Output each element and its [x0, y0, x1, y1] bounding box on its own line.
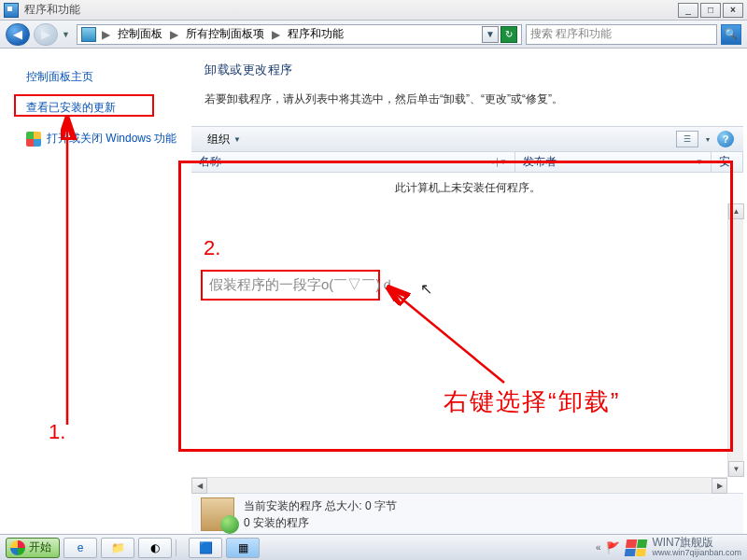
breadcrumb-sep-icon: ▶	[100, 28, 112, 41]
breadcrumb-sep-icon: ▶	[270, 28, 282, 41]
breadcrumb-programs-features[interactable]: 程序和功能	[286, 25, 345, 43]
sidebar-item-windows-features[interactable]: 打开或关闭 Windows 功能	[19, 127, 182, 158]
tray-expand-icon[interactable]: «	[596, 542, 601, 553]
chevron-down-icon[interactable]: ▼	[696, 158, 703, 166]
view-mode-button[interactable]: ☰	[676, 131, 698, 147]
breadcrumb-control-panel[interactable]: 控制面板	[116, 25, 164, 43]
nav-forward-button[interactable]: ▶	[34, 23, 58, 46]
start-label: 开始	[29, 539, 51, 555]
status-line-1: 当前安装的程序 总大小: 0 字节	[244, 497, 397, 514]
annotation-tip-text: 右键选择“卸载”	[444, 385, 620, 418]
program-list[interactable]: ▲ ▼ ◀ ▶	[191, 203, 743, 493]
sidebar-item-view-installed-updates[interactable]: 查看已安装的更新	[19, 96, 182, 127]
tray-flag-icon[interactable]: 🚩	[606, 541, 620, 554]
taskbar: 开始 e 📁 ◐ 🟦 ▦ « 🚩 WIN7旗舰版 www.win7qijianb…	[0, 534, 747, 560]
status-line-2: 0 安装的程序	[244, 514, 397, 531]
annotation-label-2: 2.	[204, 236, 220, 260]
search-button[interactable]: 🔍	[721, 24, 741, 45]
close-button[interactable]: ×	[723, 3, 743, 18]
window-titlebar: 程序和功能 _ □ ×	[0, 0, 747, 21]
windows-flag-icon	[625, 539, 648, 556]
shield-icon	[26, 132, 41, 147]
breadcrumb-all-items[interactable]: 所有控制面板项	[184, 25, 266, 43]
breadcrumb-bar[interactable]: ▶ 控制面板 ▶ 所有控制面板项 ▶ 程序和功能 ▼ ↻	[77, 24, 522, 45]
taskbar-media-player-button[interactable]: ◐	[138, 538, 172, 558]
list-toolbar: 组织 ▼ ☰ ▾ ?	[191, 126, 743, 152]
window-title: 程序和功能	[24, 2, 676, 18]
breadcrumb-dropdown-button[interactable]: ▼	[482, 26, 499, 43]
list-header: 名称 ▾│▼ 发布者 ▼ 安	[191, 152, 743, 173]
page-heading: 卸载或更改程序	[204, 62, 743, 78]
mouse-cursor-icon: ↖	[420, 280, 432, 298]
sidebar-item-label: 打开或关闭 Windows 功能	[47, 131, 176, 147]
scroll-down-icon[interactable]: ▼	[728, 461, 744, 477]
sidebar-item-label: 查看已安装的更新	[26, 100, 116, 116]
address-toolbar: ◀ ▶ ▼ ▶ 控制面板 ▶ 所有控制面板项 ▶ 程序和功能 ▼ ↻ 搜索 程序…	[0, 21, 747, 49]
breadcrumb-sep-icon: ▶	[168, 28, 180, 41]
annotation-fake-program-text: 假装程序的一段字o(￣▽￣)ｄ	[209, 276, 394, 294]
sidebar: 控制面板主页 查看已安装的更新 打开或关闭 Windows 功能	[0, 49, 191, 534]
taskbar-app-button-2[interactable]: ▦	[226, 538, 260, 558]
go-button[interactable]: ↻	[500, 26, 517, 43]
scroll-left-icon[interactable]: ◀	[191, 478, 207, 494]
empty-list-message: 此计算机上未安装任何程序。	[191, 173, 743, 203]
status-bar: 当前安装的程序 总大小: 0 字节 0 安装的程序	[191, 493, 743, 534]
search-input[interactable]: 搜索 程序和功能	[526, 24, 717, 45]
annotation-label-1: 1.	[49, 420, 65, 444]
app-icon	[4, 3, 19, 18]
nav-history-dropdown[interactable]: ▼	[62, 30, 73, 39]
maximize-button[interactable]: □	[700, 3, 721, 18]
vertical-scrollbar[interactable]: ▲ ▼	[727, 203, 743, 477]
taskbar-ie-button[interactable]: e	[63, 538, 97, 558]
minimize-button[interactable]: _	[678, 3, 698, 18]
search-placeholder: 搜索 程序和功能	[530, 26, 612, 42]
column-header-name[interactable]: 名称 ▾│▼	[191, 152, 515, 172]
scroll-up-icon[interactable]: ▲	[728, 203, 744, 219]
taskbar-explorer-button[interactable]: 📁	[101, 538, 134, 558]
programs-icon	[201, 497, 234, 531]
chevron-down-icon: ▼	[233, 135, 241, 144]
chevron-down-icon[interactable]: ▾	[706, 135, 710, 144]
nav-back-button[interactable]: ◀	[6, 23, 30, 46]
column-header-installed[interactable]: 安	[712, 152, 743, 172]
page-subtext: 若要卸载程序，请从列表中将其选中，然后单击“卸载”、“更改”或“修复”。	[204, 91, 743, 107]
sidebar-item-control-panel-home[interactable]: 控制面板主页	[19, 65, 182, 96]
horizontal-scrollbar[interactable]: ◀ ▶	[191, 477, 727, 493]
windows-orb-icon	[10, 540, 25, 555]
column-header-publisher[interactable]: 发布者 ▼	[515, 152, 712, 172]
sidebar-item-label: 控制面板主页	[26, 69, 93, 85]
start-button[interactable]: 开始	[6, 538, 60, 558]
control-panel-icon	[81, 27, 96, 42]
scroll-right-icon[interactable]: ▶	[712, 478, 727, 494]
help-icon[interactable]: ?	[717, 131, 734, 147]
organize-button[interactable]: 组织 ▼	[201, 129, 247, 150]
brand-url: www.win7qijianban.com	[652, 549, 741, 557]
taskbar-app-button[interactable]: 🟦	[189, 538, 222, 558]
chevron-down-icon[interactable]: ▾│▼	[491, 158, 507, 166]
organize-label: 组织	[207, 132, 230, 147]
